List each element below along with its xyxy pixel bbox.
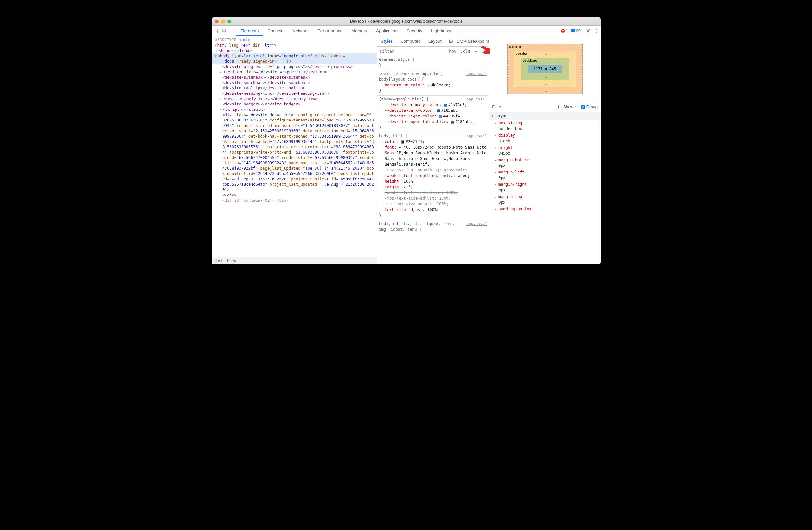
crumb-html[interactable]: html (214, 259, 223, 263)
computed-styles-icon[interactable] (480, 49, 489, 54)
crumb-body[interactable]: body (227, 259, 236, 263)
main-toolbar: Elements Console Network Performance Mem… (212, 26, 601, 36)
message-count[interactable]: 20 (571, 28, 581, 33)
tab-application[interactable]: Application (372, 26, 402, 36)
subtab-layout[interactable]: Layout (424, 36, 445, 46)
tab-console[interactable]: Console (263, 26, 288, 36)
svg-point-4 (588, 30, 589, 31)
inspect-icon[interactable] (212, 26, 220, 36)
group-checkbox[interactable]: Group (581, 104, 597, 109)
error-count[interactable]: ✕1 (561, 28, 568, 33)
box-model: margin -- -- border -- -- padding- - -- … (489, 36, 601, 102)
tab-performance[interactable]: Performance (313, 26, 347, 36)
cls-toggle[interactable]: .cls (459, 49, 472, 54)
styles-filter-input[interactable] (377, 49, 445, 54)
tab-security[interactable]: Security (402, 26, 427, 36)
group-layout[interactable]: Layout (489, 112, 601, 120)
margin-label: margin (509, 45, 521, 49)
subtab-event-listeners[interactable]: Ev isteners (445, 36, 453, 46)
border-label: border (516, 52, 528, 56)
devtools-window: DevTools - developers.google.com/web/too… (212, 17, 601, 264)
tab-memory[interactable]: Memory (347, 26, 372, 36)
dom-tree[interactable]: <!DOCTYPE html><html lang="en" dir="ltr"… (212, 36, 377, 257)
source-link[interactable]: app.css:1 (466, 71, 487, 76)
content-size: 1171 × 845 (528, 65, 562, 73)
svg-rect-3 (571, 29, 575, 32)
show-all-checkbox[interactable]: Show all (558, 104, 579, 109)
subtab-dom-breakpoints[interactable]: DOM Breakpoints (453, 36, 489, 46)
divider (231, 28, 231, 34)
main-tabs: Elements Console Network Performance Mem… (236, 26, 457, 36)
breadcrumb: html body (212, 257, 377, 264)
sidebar-tabs: Styles Computed Layout Ev isteners DOM B… (377, 36, 489, 46)
titlebar: DevTools - developers.google.com/web/too… (212, 17, 601, 26)
source-link[interactable]: app.css:1 (466, 133, 487, 139)
kebab-menu-icon[interactable]: ⋮ (593, 26, 601, 36)
computed-filter-row: Show all Group (489, 102, 601, 112)
source-link[interactable]: app.css:1 (466, 221, 487, 227)
subtab-computed[interactable]: Computed (396, 36, 424, 46)
tab-lighthouse[interactable]: Lighthouse (427, 26, 457, 36)
window-title: DevTools - developers.google.com/web/too… (212, 19, 601, 24)
device-toggle-icon[interactable] (220, 26, 230, 36)
tab-elements[interactable]: Elements (236, 26, 263, 36)
computed-filter-input[interactable] (492, 104, 556, 109)
new-style-rule-icon[interactable]: ＋ (472, 48, 480, 54)
padding-label: padding (523, 58, 537, 62)
hov-toggle[interactable]: :hov (445, 49, 458, 54)
styles-panel[interactable]: element.style {}app.css:1.devsite-book-n… (377, 56, 489, 264)
styles-filter-row: :hov .cls ＋ (377, 46, 489, 56)
tab-network[interactable]: Network (288, 26, 313, 36)
computed-panel[interactable]: Layout box-sizingborder-boxdisplayblockh… (489, 112, 601, 264)
source-link[interactable]: app.css:1 (466, 96, 487, 102)
subtab-styles[interactable]: Styles (377, 36, 396, 46)
settings-icon[interactable] (584, 26, 593, 36)
